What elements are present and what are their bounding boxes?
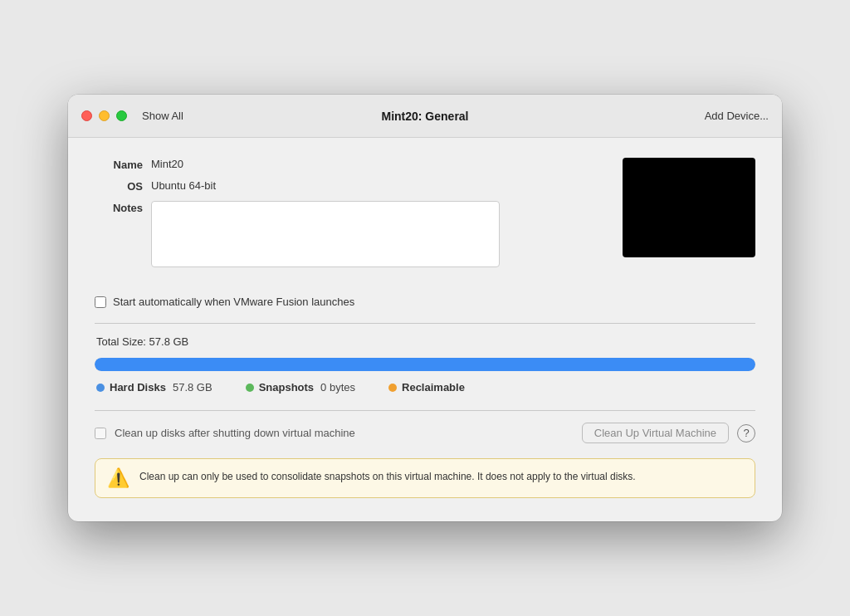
divider-1	[95, 323, 755, 324]
vm-thumbnail	[623, 158, 755, 257]
reclaimable-name: Reclaimable	[402, 381, 465, 394]
auto-start-label: Start automatically when VMware Fusion l…	[113, 296, 354, 308]
close-button[interactable]	[81, 110, 92, 121]
name-label: Name	[95, 158, 143, 171]
total-size-label: Total Size: 57.8 GB	[95, 335, 755, 348]
auto-start-checkbox[interactable]	[95, 296, 106, 308]
add-device-button[interactable]: Add Device...	[705, 110, 769, 122]
info-fields: Name Mint20 OS Ubuntu 64-bit Notes	[95, 158, 603, 276]
notes-input[interactable]	[151, 201, 500, 267]
cleanup-label: Clean up disks after shutting down virtu…	[115, 427, 574, 439]
notes-label: Notes	[95, 201, 143, 214]
snapshots-value: 0 bytes	[320, 381, 355, 394]
help-button[interactable]: ?	[737, 424, 755, 442]
snapshots-name: Snapshots	[259, 381, 314, 394]
show-all-button[interactable]: Show All	[137, 108, 188, 124]
legend-snapshots: Snapshots 0 bytes	[246, 381, 355, 394]
window-title: Mint20: General	[381, 110, 468, 123]
legend-hard-disks: Hard Disks 57.8 GB	[96, 381, 212, 394]
storage-legend: Hard Disks 57.8 GB Snapshots 0 bytes Rec…	[95, 381, 755, 394]
name-value: Mint20	[151, 158, 183, 170]
os-row: OS Ubuntu 64-bit	[95, 179, 603, 193]
name-row: Name Mint20	[95, 158, 603, 171]
cleanup-vm-button[interactable]: Clean Up Virtual Machine	[582, 423, 729, 443]
notes-row: Notes	[95, 201, 603, 267]
cleanup-row: Clean up disks after shutting down virtu…	[95, 423, 755, 443]
minimize-button[interactable]	[99, 110, 110, 121]
reclaimable-dot	[388, 384, 397, 392]
snapshots-dot	[246, 384, 254, 392]
divider-2	[95, 410, 755, 411]
content-area: Name Mint20 OS Ubuntu 64-bit Notes Start…	[68, 138, 782, 521]
main-window: Show All Mint20: General Add Device... N…	[68, 95, 782, 521]
vm-info-section: Name Mint20 OS Ubuntu 64-bit Notes	[95, 158, 755, 276]
hard-disks-dot	[96, 384, 105, 392]
os-value: Ubuntu 64-bit	[151, 179, 216, 192]
traffic-lights	[81, 110, 127, 121]
storage-progress-bar	[95, 358, 755, 371]
warning-icon: ⚠️	[107, 469, 129, 487]
titlebar: Show All Mint20: General Add Device...	[68, 95, 782, 138]
cleanup-checkbox[interactable]	[95, 428, 106, 439]
os-label: OS	[95, 179, 143, 193]
legend-reclaimable: Reclaimable	[388, 381, 471, 394]
hard-disks-value: 57.8 GB	[173, 381, 212, 394]
warning-banner: ⚠️ Clean up can only be used to consolid…	[95, 458, 755, 498]
maximize-button[interactable]	[116, 110, 127, 121]
hard-disks-name: Hard Disks	[110, 381, 166, 394]
progress-bar-fill	[95, 358, 755, 371]
warning-text: Clean up can only be used to consolidate…	[139, 469, 636, 484]
auto-start-row: Start automatically when VMware Fusion l…	[95, 292, 755, 308]
